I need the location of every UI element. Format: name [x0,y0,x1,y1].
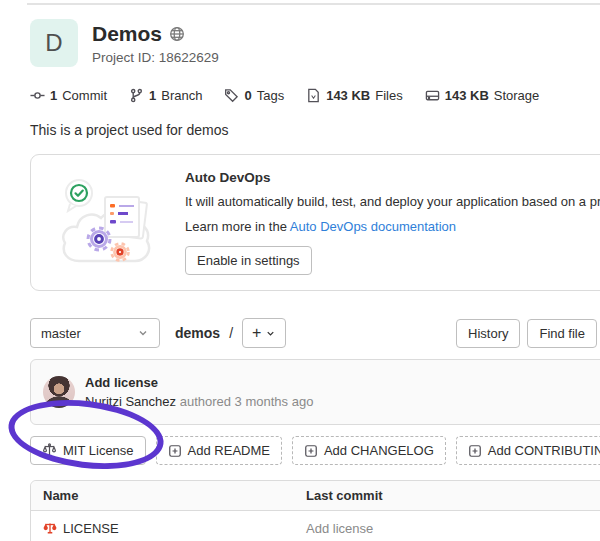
stat-value: 143 KB [445,88,489,103]
tree-header-last-commit: Last commit [306,488,600,503]
file-browser-bar: master demos / + History Find file [30,318,597,348]
project-avatar: D [30,19,78,67]
add-changelog-label: Add CHANGELOG [324,443,434,458]
branch-selector[interactable]: master [30,318,160,348]
stat-storage[interactable]: 143 KB Storage [425,88,540,103]
doc-icon [306,88,321,103]
disk-icon [425,88,440,103]
license-file-icon [43,521,57,535]
commit-time: authored 3 months ago [180,394,314,409]
stat-value: 0 [244,88,251,103]
row-commit-message-link[interactable]: Add license [306,521,373,536]
add-readme-label: Add README [188,443,270,458]
project-description: This is a project used for demos [30,122,600,138]
commit-icon [30,88,45,103]
project-meta: Demos Project ID: 18622629 [92,22,219,65]
mit-license-label: MIT License [63,443,134,458]
visibility-public-icon [169,26,185,42]
stat-label: Files [375,88,402,103]
mit-license-button[interactable]: MIT License [30,436,146,465]
plus-square-icon [468,444,482,458]
stat-files[interactable]: 143 KB Files [306,88,403,103]
add-readme-button[interactable]: Add README [156,436,282,465]
devops-title: Auto DevOps [185,170,600,185]
project-page: D Demos Project ID: 18622629 [30,0,600,541]
breadcrumb-path[interactable]: demos [175,325,220,341]
scale-icon [42,443,57,458]
tree-header-row: Name Last commit [31,481,600,511]
suggestion-buttons-row: MIT License Add README Add CHANGELOG Add… [30,436,600,465]
stat-label: Branch [161,88,202,103]
stat-tags[interactable]: 0 Tags [224,88,284,103]
devops-learn-prefix: Learn more in the [185,219,290,234]
project-header: D Demos Project ID: 18622629 [30,19,600,67]
table-row[interactable]: LICENSE Add license [31,511,600,541]
commit-author[interactable]: Nuritzi Sanchez [85,394,176,409]
branch-name: master [41,326,81,341]
add-contributing-button[interactable]: Add CONTRIBUTING [456,436,600,465]
stat-value: 1 [50,88,57,103]
stat-label: Storage [494,88,540,103]
branch-icon [129,88,144,103]
stat-label: Tags [257,88,284,103]
last-commit-panel: Add license Nuritzi Sanchez authored 3 m… [30,359,600,425]
stat-value: 1 [149,88,156,103]
devops-docs [105,197,147,239]
stat-label: Commit [62,88,107,103]
plus-square-icon [168,444,182,458]
plus-square-icon [304,444,318,458]
devops-illustration-icon [57,173,157,273]
stat-commits[interactable]: 1 Commit [30,88,107,103]
stat-value: 143 KB [326,88,370,103]
history-button[interactable]: History [456,319,520,348]
add-changelog-button[interactable]: Add CHANGELOG [292,436,446,465]
file-tree-table: Name Last commit LICENSE Add license [30,480,600,541]
author-avatar[interactable] [43,376,75,408]
stat-branches[interactable]: 1 Branch [129,88,202,103]
project-title: Demos [92,22,162,46]
devops-check-bubble [66,180,92,211]
project-stats: 1 Commit 1 Branch 0 Tags [30,88,600,103]
commit-message-link[interactable]: Add license [85,375,313,390]
auto-devops-banner: Auto DevOps It will automatically build,… [30,154,600,291]
chevron-down-icon [265,328,276,339]
tree-header-name: Name [31,488,306,503]
devops-body: It will automatically build, test, and d… [185,194,600,209]
tag-icon [224,88,239,103]
plus-icon: + [252,325,261,341]
add-contributing-label: Add CONTRIBUTING [488,443,600,458]
add-file-dropdown-button[interactable]: + [242,318,286,348]
devops-doc-link[interactable]: Auto DevOps documentation [290,219,456,234]
devops-learn-more: Learn more in the Auto DevOps documentat… [185,219,600,234]
project-id: Project ID: 18622629 [92,50,219,65]
find-file-button[interactable]: Find file [527,319,597,348]
file-name-link[interactable]: LICENSE [63,521,119,536]
chevron-down-icon [137,327,149,339]
commit-byline: Nuritzi Sanchez authored 3 months ago [85,394,313,409]
enable-in-settings-button[interactable]: Enable in settings [185,246,312,275]
breadcrumb-separator: / [229,325,233,341]
